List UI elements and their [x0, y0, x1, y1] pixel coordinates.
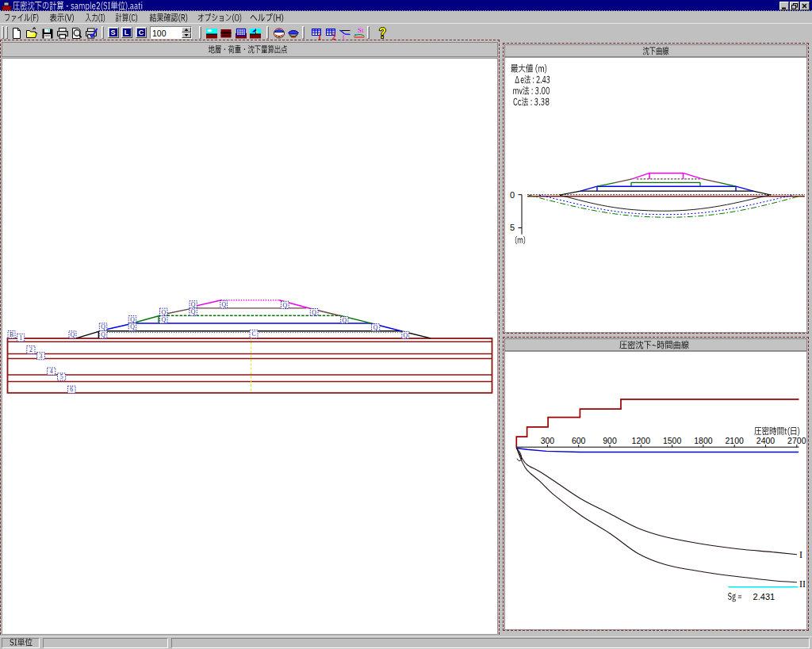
svg-text:Q: Q [161, 316, 166, 323]
svg-text:II: II [799, 578, 806, 590]
svg-text:Q: Q [343, 316, 347, 323]
svg-text:6: 6 [70, 386, 73, 393]
svg-text:1500: 1500 [663, 436, 682, 445]
svg-text:600: 600 [572, 436, 586, 445]
svg-text:Q: Q [130, 315, 135, 323]
svg-text:3: 3 [40, 353, 43, 360]
svg-text:Q: Q [373, 323, 378, 330]
svg-text:1: 1 [19, 334, 22, 341]
svg-text:4: 4 [50, 368, 53, 375]
svg-text:Q: Q [71, 331, 75, 338]
svg-text:Q: Q [312, 308, 316, 315]
svg-text:5: 5 [60, 373, 63, 380]
svg-text:Q: Q [101, 323, 105, 330]
svg-text:Q: Q [191, 308, 196, 315]
svg-text:2400: 2400 [756, 436, 776, 445]
svg-text:B: B [10, 330, 13, 338]
svg-text:Q: Q [282, 301, 287, 308]
svg-text:I: I [799, 549, 802, 560]
svg-text:2100: 2100 [726, 436, 745, 445]
svg-text:1200: 1200 [632, 436, 651, 445]
svg-text:1800: 1800 [694, 436, 713, 445]
svg-text:Q: Q [403, 331, 408, 338]
svg-text:2: 2 [29, 346, 33, 353]
svg-text:Q: Q [161, 308, 166, 315]
svg-text:900: 900 [603, 436, 617, 445]
svg-text:Q: Q [221, 300, 226, 307]
svg-text:300: 300 [541, 436, 555, 445]
svg-text:Q: Q [130, 323, 135, 330]
svg-text:2700: 2700 [787, 436, 806, 445]
svg-text:2.431: 2.431 [753, 592, 776, 601]
svg-text:Q: Q [191, 301, 196, 308]
svg-text:5: 5 [510, 223, 515, 232]
svg-text:C: C [251, 330, 255, 338]
svg-text:0: 0 [510, 190, 515, 200]
svg-text:Q: Q [101, 330, 105, 338]
